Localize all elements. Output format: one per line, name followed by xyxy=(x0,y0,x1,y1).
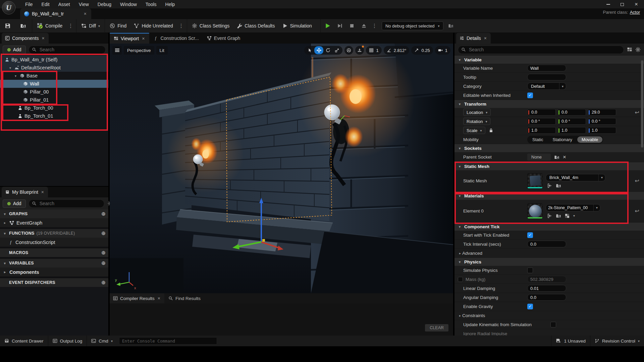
details-scrollbar[interactable] xyxy=(641,60,643,147)
display-filter-icon[interactable] xyxy=(627,47,632,52)
enable-gravity-checkbox[interactable]: ✓ xyxy=(527,304,533,309)
material-dropdown[interactable]: 2k-Stone_Pattern_00▾ xyxy=(546,204,600,212)
editable-when-inherited-checkbox[interactable]: ✓ xyxy=(527,93,533,98)
play-options-button[interactable]: ⋮ xyxy=(370,23,379,29)
close-icon[interactable]: × xyxy=(41,36,45,41)
tree-row-base[interactable]: ▾Base xyxy=(0,72,108,80)
add-graph-button[interactable]: ⊕ xyxy=(101,211,106,217)
my-blueprint-search-input[interactable] xyxy=(39,200,101,206)
details-search[interactable] xyxy=(458,46,624,54)
angular-damping-input[interactable] xyxy=(527,294,566,301)
close-icon[interactable]: × xyxy=(141,36,145,41)
debug-object-dropdown[interactable]: No debug object selected▾ xyxy=(382,21,443,30)
gear-icon[interactable] xyxy=(635,47,641,52)
tree-row-torch00[interactable]: Bp_Torch_00 xyxy=(0,104,108,112)
section-functions[interactable]: ▾FUNCTIONS(19 OVERRIDABLE)⊕ xyxy=(0,229,108,238)
camera-speed-control[interactable]: 1 xyxy=(435,46,450,55)
minimize-button[interactable] xyxy=(602,1,614,8)
section-event-dispatchers[interactable]: EVENT DISPATCHERS⊕ xyxy=(0,278,108,287)
scale-z-field[interactable]: 1.0 xyxy=(588,127,616,134)
scale-tool-button[interactable] xyxy=(332,46,341,54)
use-selected-asset-icon[interactable] xyxy=(547,183,552,188)
menu-edit[interactable]: Edit xyxy=(37,0,54,8)
section-macros[interactable]: MACROS⊕ xyxy=(0,248,108,257)
menu-tools[interactable]: Tools xyxy=(141,0,161,8)
section-graphs[interactable]: ▾GRAPHS⊕ xyxy=(0,209,108,218)
collapse-arrow-icon[interactable]: ▸ xyxy=(3,221,7,225)
close-icon[interactable]: × xyxy=(83,11,87,16)
reset-location-button[interactable]: ↩ xyxy=(635,109,639,116)
add-macro-button[interactable]: ⊕ xyxy=(101,250,106,256)
texture-options-icon[interactable] xyxy=(565,213,570,219)
revision-control-button[interactable]: Revision Control▾ xyxy=(590,336,644,346)
tree-row-wall[interactable]: Wall xyxy=(0,80,108,88)
components-search[interactable] xyxy=(29,46,106,54)
world-local-toggle-button[interactable] xyxy=(344,46,353,55)
compile-options-button[interactable]: ⋮ xyxy=(66,23,75,29)
tick-interval-input[interactable] xyxy=(527,241,566,247)
eject-button[interactable] xyxy=(359,21,369,31)
stop-button[interactable] xyxy=(347,21,357,31)
lock-icon[interactable] xyxy=(489,128,493,133)
viewport-menu-button[interactable] xyxy=(112,46,122,55)
rotation-snap-control[interactable]: 2.812° xyxy=(384,46,410,55)
lit-button[interactable]: Lit xyxy=(156,46,168,55)
update-kinematic-checkbox[interactable] xyxy=(550,322,556,327)
doc-tab-bp-wall[interactable]: Bp_Wall_4m_tr × xyxy=(20,8,91,19)
perspective-button[interactable]: Perspective xyxy=(124,46,154,55)
tab-event-graph[interactable]: Event Graph xyxy=(203,33,245,44)
find-button[interactable]: Find xyxy=(106,19,130,33)
expand-arrow-icon[interactable]: ▾ xyxy=(13,74,18,78)
row-constraints[interactable]: ▸ Constraints xyxy=(454,311,644,320)
collapse-arrow-icon[interactable]: ▸ xyxy=(3,270,7,274)
browse-asset-button[interactable] xyxy=(15,19,31,33)
add-variable-button[interactable]: ⊕ xyxy=(101,260,106,266)
menu-view[interactable]: View xyxy=(74,0,93,8)
start-tick-checkbox[interactable]: ✓ xyxy=(527,232,533,238)
save-button[interactable] xyxy=(0,19,15,33)
mobility-stationary-button[interactable]: Stationary xyxy=(548,136,577,143)
expand-arrow-icon[interactable]: ▾ xyxy=(8,66,12,70)
row-eventgraph[interactable]: ▸EventGraph xyxy=(0,218,108,227)
tab-construction-script[interactable]: Construction Scr... xyxy=(149,33,203,44)
tree-row-pillar00[interactable]: Pillar_00 xyxy=(0,88,108,96)
clear-socket-button[interactable]: × xyxy=(563,154,566,161)
maximize-button[interactable] xyxy=(616,1,628,8)
simulation-button[interactable]: Simulation xyxy=(279,19,316,33)
folder-search-icon[interactable] xyxy=(554,155,559,160)
mobility-static-button[interactable]: Static xyxy=(528,136,548,143)
chevron-down-icon[interactable]: ▾ xyxy=(573,214,575,218)
diff-button[interactable]: Diff▾ xyxy=(77,19,104,33)
rotation-x-field[interactable]: 0.0 ° xyxy=(527,118,556,125)
add-event-dispatcher-button[interactable]: ⊕ xyxy=(101,280,106,286)
location-x-field[interactable]: 0.0 xyxy=(527,109,556,116)
row-components-category[interactable]: ▸Components xyxy=(0,267,108,277)
browse-debug-object-button[interactable] xyxy=(446,19,455,33)
tree-row-pillar01[interactable]: Pillar_01 xyxy=(0,96,108,104)
static-mesh-dropdown[interactable]: Brick_Wall_4m▾ xyxy=(546,174,605,181)
location-z-field[interactable]: 29.0 xyxy=(588,109,616,116)
row-advanced[interactable]: ▸ Advanced xyxy=(454,249,644,258)
menu-debug[interactable]: Debug xyxy=(93,0,116,8)
hide-unrelated-button[interactable]: Hide Unrelated xyxy=(130,19,176,33)
viewport-3d[interactable]: y x Perspective Lit 1 2.812° 0.25 1 xyxy=(110,44,453,293)
location-y-field[interactable]: 0.0 xyxy=(557,109,586,116)
rotation-z-field[interactable]: 0.0 ° xyxy=(588,118,616,125)
output-log-button[interactable]: Output Log xyxy=(48,336,87,346)
menu-asset[interactable]: Asset xyxy=(54,0,74,8)
browse-to-asset-icon[interactable] xyxy=(556,213,561,219)
tree-row-defaultsceneroot[interactable]: ▾DefaultSceneRoot xyxy=(0,64,108,72)
scale-dropdown[interactable]: Scale▾ xyxy=(463,127,485,134)
unsaved-button[interactable]: 1 Unsaved xyxy=(551,336,590,346)
category-dropdown[interactable]: Default▾ xyxy=(527,82,566,90)
class-settings-button[interactable]: Class Settings xyxy=(188,19,233,33)
use-selected-asset-icon[interactable] xyxy=(547,213,552,219)
select-tool-button[interactable] xyxy=(305,46,314,54)
browse-to-asset-icon[interactable] xyxy=(556,183,561,188)
variable-name-input[interactable] xyxy=(527,65,566,71)
tab-compiler-results[interactable]: Compiler Results× xyxy=(110,293,164,303)
cmd-dropdown[interactable]: Cmd▾ xyxy=(87,336,117,346)
menu-window[interactable]: Window xyxy=(116,0,141,8)
header-component-tick[interactable]: ▾Component Tick xyxy=(454,223,644,231)
tree-row-torch01[interactable]: Bp_Torch_01 xyxy=(0,112,108,120)
